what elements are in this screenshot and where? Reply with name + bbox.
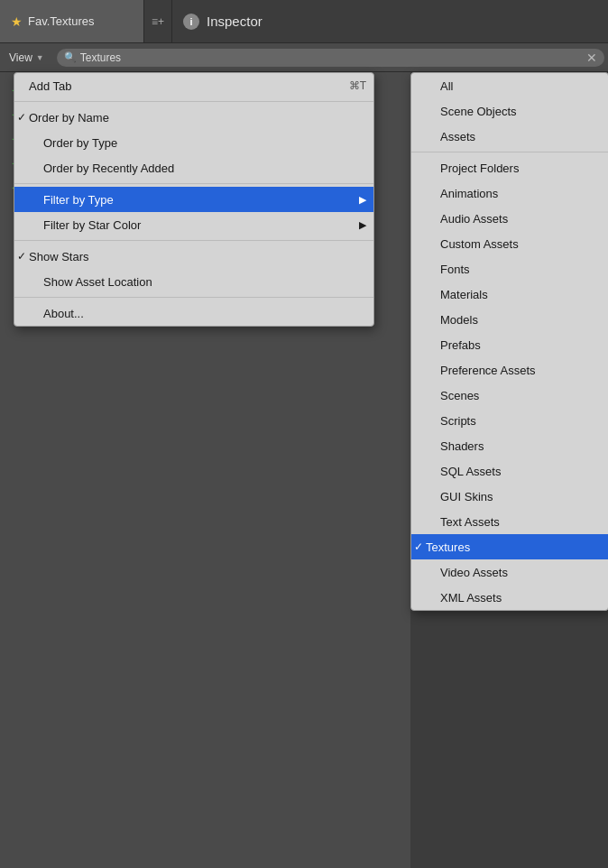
add-tab-menu-item[interactable]: Add Tab ⌘T (14, 73, 373, 98)
add-tab-label: Add Tab (29, 79, 71, 93)
animations-label: Animations (426, 187, 498, 200)
scene-objects-label: Scene Objects (426, 105, 517, 118)
assets-label: Assets (426, 130, 475, 143)
tab-title: Fav.Textures (28, 14, 94, 28)
materials-label: Materials (426, 288, 488, 301)
submenu-gui-skins[interactable]: GUI Skins (411, 484, 608, 509)
separator (14, 101, 373, 102)
search-bar[interactable]: 🔍 Textures ✕ (57, 49, 604, 67)
second-bar: View ▼ 🔍 Textures ✕ (0, 43, 608, 72)
chevron-down-icon: ▼ (36, 53, 44, 62)
inspector-title: Inspector (207, 14, 263, 29)
view-label: View (9, 51, 32, 64)
submenu-text-assets[interactable]: Text Assets (411, 509, 608, 534)
about-label: About... (29, 307, 84, 320)
order-by-recently-menu-item[interactable]: Order by Recently Added (14, 155, 373, 180)
filter-type-submenu: All Scene Objects Assets Project Folders… (410, 72, 608, 611)
star-icon: ★ (11, 14, 23, 29)
about-menu-item[interactable]: About... (14, 300, 373, 326)
search-clear-icon[interactable]: ✕ (586, 51, 597, 65)
filter-by-star-label: Filter by Star Color (29, 218, 141, 232)
xml-assets-label: XML Assets (426, 591, 502, 605)
check-icon: ✓ (411, 540, 426, 553)
textures-label: Textures (426, 540, 470, 554)
filter-by-type-label: Filter by Type (29, 193, 114, 207)
submenu-animations[interactable]: Animations (411, 180, 608, 206)
left-panel: ★ ★ ★ ★ ★ Add Tab ⌘T ✓ Order by Name Ord… (0, 72, 410, 868)
submenu-textures[interactable]: ✓ Textures (411, 534, 608, 559)
main-area: ★ ★ ★ ★ ★ Add Tab ⌘T ✓ Order by Name Ord… (0, 72, 608, 868)
preference-assets-label: Preference Assets (426, 364, 536, 377)
separator (411, 152, 608, 152)
prefabs-label: Prefabs (426, 338, 481, 352)
submenu-custom-assets[interactable]: Custom Assets (411, 231, 608, 256)
add-tab-shortcut: ⌘T (349, 79, 366, 92)
order-by-type-label: Order by Type (29, 136, 117, 150)
submenu-arrow-icon: ▶ (359, 194, 366, 206)
show-asset-location-label: Show Asset Location (29, 275, 152, 289)
submenu-audio-assets[interactable]: Audio Assets (411, 206, 608, 231)
show-asset-location-menu-item[interactable]: Show Asset Location (14, 269, 373, 294)
filter-by-star-menu-item[interactable]: Filter by Star Color ▶ (14, 212, 373, 237)
check-icon: ✓ (14, 250, 29, 263)
separator (14, 297, 373, 298)
check-icon: ✓ (14, 111, 29, 124)
submenu-prefabs[interactable]: Prefabs (411, 332, 608, 357)
fav-textures-tab[interactable]: ★ Fav.Textures (0, 0, 144, 42)
submenu-models[interactable]: Models (411, 307, 608, 332)
submenu-materials[interactable]: Materials (411, 282, 608, 307)
top-bar: ★ Fav.Textures ≡+ i Inspector (0, 0, 608, 43)
all-label: All (426, 79, 453, 93)
inspector-panel: i Inspector (171, 0, 608, 42)
order-by-name-menu-item[interactable]: ✓ Order by Name (14, 105, 373, 130)
submenu-preference-assets[interactable]: Preference Assets (411, 357, 608, 383)
project-folders-label: Project Folders (426, 162, 519, 175)
sql-assets-label: SQL Assets (426, 465, 501, 478)
filter-by-type-menu-item[interactable]: Filter by Type ▶ (14, 187, 373, 212)
show-stars-label: Show Stars (29, 250, 88, 263)
submenu-fonts[interactable]: Fonts (411, 256, 608, 282)
scenes-label: Scenes (426, 389, 479, 402)
separator (14, 240, 373, 241)
shaders-label: Shaders (426, 439, 484, 453)
submenu-scenes[interactable]: Scenes (411, 383, 608, 408)
order-by-recently-label: Order by Recently Added (29, 162, 174, 175)
separator (14, 183, 373, 184)
order-by-name-label: Order by Name (29, 111, 109, 125)
search-icon: 🔍 (64, 51, 77, 63)
submenu-all[interactable]: All (411, 73, 608, 98)
video-assets-label: Video Assets (426, 566, 508, 579)
order-by-type-menu-item[interactable]: Order by Type (14, 130, 373, 155)
dropdown-menu: Add Tab ⌘T ✓ Order by Name Order by Type… (14, 72, 374, 327)
list-icon[interactable]: ≡+ (152, 15, 164, 28)
submenu-video-assets[interactable]: Video Assets (411, 559, 608, 585)
submenu-project-folders[interactable]: Project Folders (411, 155, 608, 180)
submenu-shaders[interactable]: Shaders (411, 433, 608, 458)
submenu-arrow-icon: ▶ (359, 219, 366, 231)
view-button[interactable]: View ▼ (0, 43, 53, 71)
fonts-label: Fonts (426, 263, 470, 276)
info-icon: i (183, 14, 199, 30)
submenu-scripts[interactable]: Scripts (411, 408, 608, 433)
search-input-text: Textures (80, 51, 583, 64)
show-stars-menu-item[interactable]: ✓ Show Stars (14, 244, 373, 269)
text-assets-label: Text Assets (426, 515, 500, 529)
submenu-assets[interactable]: Assets (411, 124, 608, 149)
tab-controls: ≡+ (144, 0, 171, 42)
custom-assets-label: Custom Assets (426, 237, 519, 251)
scripts-label: Scripts (426, 414, 476, 428)
submenu-sql-assets[interactable]: SQL Assets (411, 458, 608, 484)
gui-skins-label: GUI Skins (426, 490, 493, 503)
submenu-xml-assets[interactable]: XML Assets (411, 585, 608, 610)
submenu-scene-objects[interactable]: Scene Objects (411, 98, 608, 124)
audio-assets-label: Audio Assets (426, 212, 508, 226)
models-label: Models (426, 313, 478, 327)
